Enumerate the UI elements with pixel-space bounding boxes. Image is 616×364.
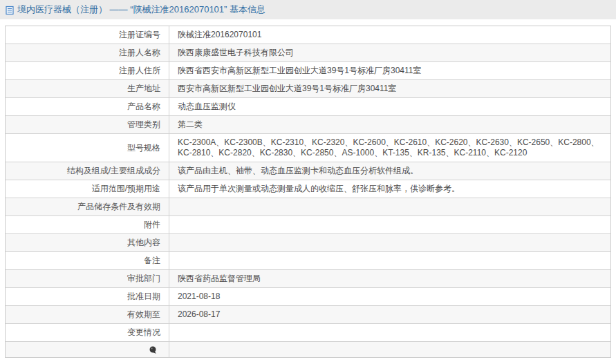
table-row: 生产地址 西安市高新区新型工业园创业大道39号1号标准厂房30411室 [6, 80, 610, 98]
row-label-note [6, 342, 169, 357]
note-pin-icon [149, 346, 157, 354]
page-title: 境内医疗器械（注册） —— “陕械注准20162070101” 基本信息 [17, 3, 265, 16]
row-value [169, 324, 610, 341]
page: 境内医疗器械（注册） —— “陕械注准20162070101” 基本信息 注册证… [0, 0, 616, 364]
row-value [169, 234, 610, 251]
row-label: 其他内容 [6, 234, 169, 251]
row-value: 该产品用于单次测量或动态测量成人的收缩压、舒张压和脉率，供诊断参考。 [169, 180, 610, 198]
table-row: 批准日期 2021-08-18 [6, 288, 610, 306]
row-value: 陕西省药品监督管理局 [169, 270, 610, 287]
table-row: 审批部门 陕西省药品监督管理局 [6, 270, 610, 288]
row-value: 动态血压监测仪 [169, 98, 610, 115]
table-row: 结构及组成/主要组成成分 该产品由主机、袖带、动态血压监测卡和动态血压分析软件组… [6, 162, 610, 180]
row-label: 产品储存条件及有效期 [6, 198, 169, 215]
table-row: 变更情况 [6, 324, 610, 342]
row-label: 附件 [6, 216, 169, 233]
row-label: 型号规格 [6, 134, 169, 162]
table-row: 备注 [6, 252, 610, 270]
table-row: 附件 [6, 216, 610, 234]
row-label: 注册证编号 [6, 26, 169, 44]
table-row: 管理类别 第二类 [6, 116, 610, 134]
row-value [169, 216, 610, 233]
row-value: 该产品由主机、袖带、动态血压监测卡和动态血压分析软件组成。 [169, 162, 610, 180]
table-row: 产品储存条件及有效期 [6, 198, 610, 216]
page-header: 境内医疗器械（注册） —— “陕械注准20162070101” 基本信息 [0, 0, 616, 19]
row-label: 变更情况 [6, 324, 169, 341]
row-label: 有效期至 [6, 306, 169, 323]
row-value: 陕西康康盛世电子科技有限公司 [169, 44, 610, 61]
row-label: 管理类别 [6, 116, 169, 133]
row-label: 审批部门 [6, 270, 169, 287]
row-value: 第二类 [169, 116, 610, 133]
row-value: 2021-08-18 [169, 288, 610, 305]
table-row: 有效期至 2026-08-17 [6, 306, 610, 324]
table-row-note [6, 342, 610, 357]
row-value: 西安市高新区新型工业园创业大道39号1号标准厂房30411室 [169, 80, 610, 97]
table-row: 其他内容 [6, 234, 610, 252]
row-label: 生产地址 [6, 80, 169, 97]
row-label: 产品名称 [6, 98, 169, 115]
row-label: 适用范围/预期用途 [6, 180, 169, 198]
row-value: 2026-08-17 [169, 306, 610, 323]
table-row: 产品名称 动态血压监测仪 [6, 98, 610, 116]
row-value: 陕械注准20162070101 [169, 26, 610, 44]
row-value: 陕西省西安市高新区新型工业园创业大道39号1号标准厂房30411室 [169, 62, 610, 79]
document-icon [6, 6, 14, 15]
row-value: KC-2300A、KC-2300B、KC-2310、KC-2320、KC-260… [169, 134, 610, 162]
table-row: 适用范围/预期用途 该产品用于单次测量或动态测量成人的收缩压、舒张压和脉率，供诊… [6, 180, 610, 198]
table-row: 注册人名称 陕西康康盛世电子科技有限公司 [6, 44, 610, 62]
row-label: 批准日期 [6, 288, 169, 305]
row-value [169, 198, 610, 215]
row-label: 结构及组成/主要组成成分 [6, 162, 169, 180]
row-value [169, 252, 610, 269]
row-label: 备注 [6, 252, 169, 269]
row-value [169, 342, 610, 357]
row-label: 注册人住所 [6, 62, 169, 79]
table-row: 型号规格 KC-2300A、KC-2300B、KC-2310、KC-2320、K… [6, 134, 610, 162]
registration-info-table: 注册证编号 陕械注准20162070101 注册人名称 陕西康康盛世电子科技有限… [5, 26, 611, 358]
table-row: 注册证编号 陕械注准20162070101 [6, 26, 610, 44]
row-label: 注册人名称 [6, 44, 169, 61]
table-row: 注册人住所 陕西省西安市高新区新型工业园创业大道39号1号标准厂房30411室 [6, 62, 610, 80]
